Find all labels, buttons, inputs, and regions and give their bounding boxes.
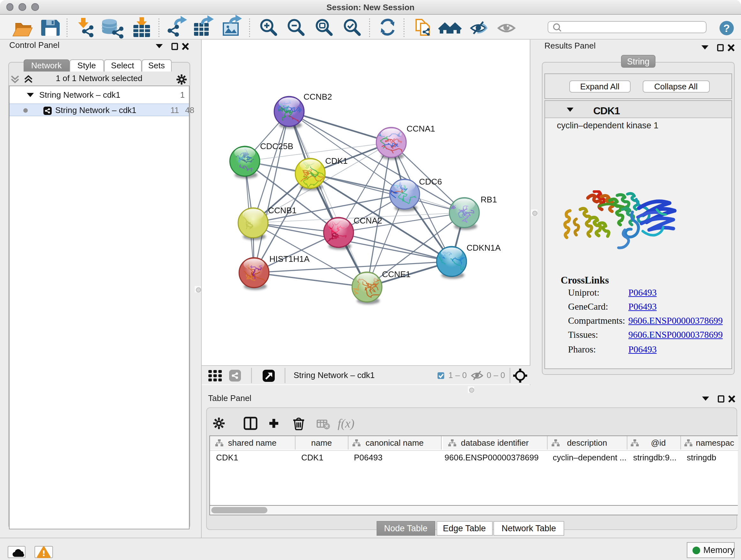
svg-text:CDC25B: CDC25B — [260, 141, 293, 151]
svg-text:f(x): f(x) — [338, 416, 354, 430]
svg-text:CCNA2: CCNA2 — [353, 216, 382, 226]
svg-text:?: ? — [724, 22, 730, 34]
svg-text:CCNA1: CCNA1 — [406, 124, 434, 133]
svg-text:CCNE1: CCNE1 — [382, 269, 410, 279]
svg-text:HIST1H1A: HIST1H1A — [269, 254, 310, 264]
svg-text:RB1: RB1 — [480, 195, 496, 204]
svg-text:CDKN1A: CDKN1A — [466, 243, 500, 253]
svg-text:CDC6: CDC6 — [419, 177, 442, 186]
svg-text:CCNB2: CCNB2 — [303, 92, 332, 102]
svg-text:CDK1: CDK1 — [325, 156, 347, 166]
svg-text:CCNB1: CCNB1 — [268, 206, 296, 215]
